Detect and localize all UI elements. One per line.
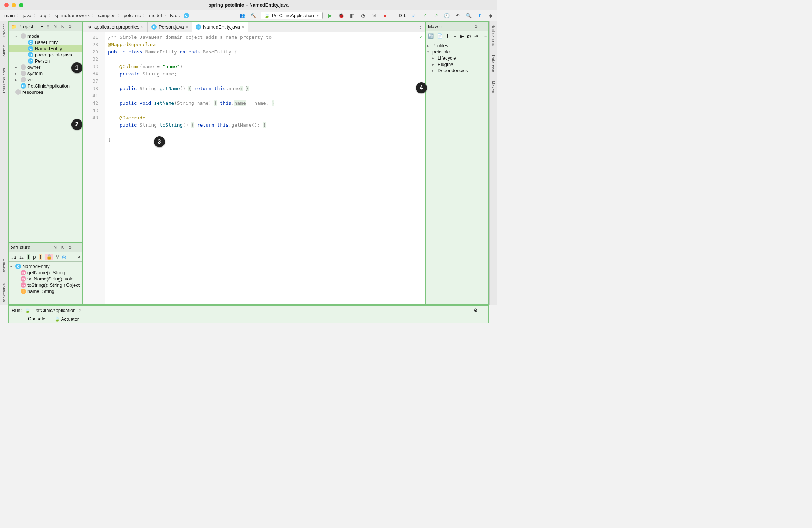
- hide-icon[interactable]: —: [74, 24, 80, 30]
- tab-project[interactable]: Project: [1, 23, 7, 38]
- collapse-icon[interactable]: ⇱: [60, 245, 66, 250]
- maven-m-icon[interactable]: m: [467, 33, 471, 39]
- tree-node[interactable]: mgetName(): String: [9, 269, 82, 276]
- tree-node[interactable]: resources: [9, 89, 82, 95]
- tree-node[interactable]: ▸Dependencies: [426, 67, 488, 74]
- minimize-window-button[interactable]: [12, 3, 16, 7]
- tab-commit[interactable]: Commit: [1, 44, 7, 61]
- run-maven-icon[interactable]: ▶: [460, 33, 464, 39]
- tree-node[interactable]: ▸vet: [9, 77, 82, 83]
- autoscroll-icon[interactable]: ⑂: [56, 254, 59, 260]
- tree-node[interactable]: CNamedEntity: [9, 45, 82, 52]
- attach-icon[interactable]: ⇲: [370, 12, 378, 19]
- tab-pull-requests[interactable]: Pull Requests: [1, 67, 7, 94]
- hide-icon[interactable]: —: [74, 245, 80, 250]
- settings-icon[interactable]: ⚙: [67, 245, 73, 250]
- ide-icon[interactable]: ◆: [487, 12, 494, 19]
- locate-icon[interactable]: ⊕: [45, 24, 51, 30]
- tree-node[interactable]: CBaseEntity: [9, 39, 82, 45]
- breadcrumb-item[interactable]: org: [38, 12, 48, 19]
- show-fields-icon[interactable]: f: [39, 254, 43, 260]
- build-icon[interactable]: 🔨: [250, 12, 257, 19]
- breadcrumb-item[interactable]: springframework: [53, 12, 91, 19]
- expand-icon[interactable]: ⇲: [52, 24, 58, 30]
- tree-node[interactable]: ▾petclinic: [426, 49, 488, 55]
- close-tab-icon[interactable]: ×: [141, 25, 144, 29]
- maven-tree[interactable]: ▸Profiles▾petclinic▸Lifecycle▸Plugins▸De…: [426, 41, 488, 304]
- tab-database[interactable]: Database: [491, 53, 497, 74]
- editor-tab[interactable]: ⚙application.properties×: [83, 22, 148, 32]
- profile-icon[interactable]: ◔: [359, 12, 367, 19]
- editor-tab[interactable]: CNamedEntity.java×: [192, 22, 248, 32]
- git-push-icon[interactable]: ↗: [432, 12, 439, 19]
- tree-node[interactable]: mtoString(): String ↑Object: [9, 282, 82, 288]
- inspection-ok-icon[interactable]: ✓: [419, 34, 423, 40]
- show-inherited-icon[interactable]: I: [27, 254, 30, 260]
- undo-icon[interactable]: ↶: [454, 12, 461, 19]
- coverage-icon[interactable]: ◧: [348, 12, 356, 19]
- tree-node[interactable]: msetName(String): void: [9, 276, 82, 282]
- code-content[interactable]: /** Simple JavaBean domain object adds a…: [105, 32, 425, 304]
- tree-node[interactable]: fname: String: [9, 288, 82, 294]
- tree-node[interactable]: ▾model: [9, 33, 82, 39]
- more-icon[interactable]: »: [484, 33, 487, 39]
- close-tab-icon[interactable]: ×: [242, 25, 244, 29]
- run-icon[interactable]: ▶: [326, 12, 334, 19]
- show-nonpublic-icon[interactable]: 🔒: [45, 254, 53, 260]
- more-icon[interactable]: »: [78, 254, 80, 260]
- collapse-icon[interactable]: ⇱: [60, 24, 66, 30]
- stop-icon[interactable]: ■: [381, 12, 389, 19]
- hide-icon[interactable]: —: [481, 308, 486, 313]
- settings-icon[interactable]: ⚙: [473, 308, 478, 313]
- tree-node[interactable]: ▸Profiles: [426, 42, 488, 49]
- breadcrumb-item[interactable]: java: [21, 12, 33, 19]
- breadcrumb-item[interactable]: main: [3, 12, 16, 19]
- sync-icon[interactable]: ⬆: [476, 12, 483, 19]
- tree-node[interactable]: ▾CNamedEntity: [9, 263, 82, 269]
- breadcrumb-item[interactable]: Na...: [169, 12, 181, 19]
- history-icon[interactable]: 🕘: [443, 12, 450, 19]
- tab-notifications[interactable]: Notifications: [491, 23, 497, 48]
- settings-icon[interactable]: ⚙: [473, 24, 479, 30]
- close-window-button[interactable]: [4, 3, 9, 7]
- reload-icon[interactable]: 🔄: [428, 33, 434, 39]
- hide-icon[interactable]: —: [480, 24, 486, 30]
- breadcrumb-item[interactable]: samples: [96, 12, 117, 19]
- git-pull-icon[interactable]: ↙: [410, 12, 417, 19]
- maximize-window-button[interactable]: [19, 3, 23, 7]
- tree-node[interactable]: CPerson: [9, 58, 82, 64]
- search-icon[interactable]: 🔍: [465, 12, 472, 19]
- sort-alpha-icon[interactable]: ↓a: [11, 254, 16, 260]
- tree-node[interactable]: CPetClinicApplication: [9, 83, 82, 89]
- gutter[interactable]: 212829323334373841424348: [83, 32, 105, 304]
- tab-structure[interactable]: Structure: [1, 257, 7, 276]
- tab-maven[interactable]: Maven: [491, 79, 497, 94]
- tree-node[interactable]: Cpackage-info.java: [9, 52, 82, 58]
- show-props-icon[interactable]: p: [33, 254, 36, 260]
- console-tab[interactable]: Console: [23, 315, 50, 323]
- project-tree[interactable]: ▾modelCBaseEntityCNamedEntityCpackage-in…: [9, 31, 82, 242]
- editor-more-icon[interactable]: ⋮: [418, 23, 423, 29]
- tab-bookmarks[interactable]: Bookmarks: [1, 282, 7, 305]
- settings-icon[interactable]: ⚙: [67, 24, 73, 30]
- tree-node[interactable]: ▸Lifecycle: [426, 55, 488, 61]
- close-run-tab[interactable]: ×: [78, 308, 81, 313]
- structure-tree[interactable]: ▾CNamedEntitymgetName(): StringmsetName(…: [9, 262, 82, 304]
- add-icon[interactable]: ＋: [453, 33, 457, 40]
- git-commit-icon[interactable]: ✓: [421, 12, 428, 19]
- tree-node[interactable]: ▸system: [9, 70, 82, 77]
- breadcrumb-item[interactable]: petclinic: [122, 12, 142, 19]
- editor-tab[interactable]: CPerson.java×: [148, 22, 192, 32]
- toggle-icon[interactable]: ⇥: [474, 33, 478, 39]
- breadcrumb-item[interactable]: model: [147, 12, 163, 19]
- target-icon[interactable]: ◎: [62, 254, 66, 260]
- debug-icon[interactable]: 🐞: [337, 12, 345, 19]
- download-icon[interactable]: ⬇: [446, 33, 450, 39]
- actuator-tab[interactable]: 🍃 Actuator: [50, 315, 83, 323]
- close-tab-icon[interactable]: ×: [186, 25, 188, 29]
- tree-node[interactable]: ▸Plugins: [426, 61, 488, 67]
- users-icon[interactable]: 👥: [239, 12, 246, 19]
- expand-icon[interactable]: ⇲: [52, 245, 58, 250]
- sort-vis-icon[interactable]: ↓z: [19, 254, 24, 260]
- generate-icon[interactable]: 📄: [437, 33, 443, 39]
